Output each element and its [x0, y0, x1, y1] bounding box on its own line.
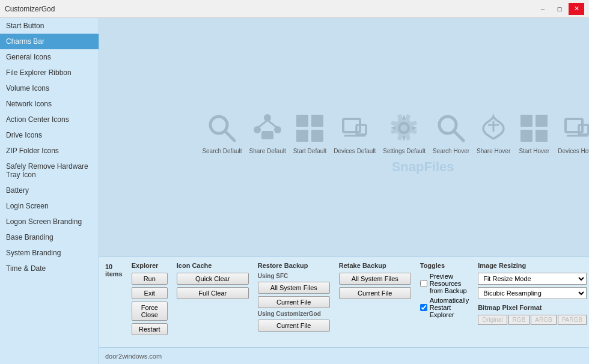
icon-label-share-hover: Share Hover — [477, 148, 510, 154]
app-title: CustomizerGod — [5, 5, 55, 13]
maximize-button[interactable]: □ — [552, 3, 567, 15]
preview-resources-checkbox[interactable] — [420, 280, 427, 287]
svg-rect-22 — [536, 115, 548, 127]
auto-restart-label: Automatically Restart Explorer — [430, 297, 469, 318]
sidebar-item-action-center-icons[interactable]: Action Center Icons — [0, 112, 99, 127]
close-button[interactable]: ✕ — [569, 3, 584, 15]
watermark: SnapFiles — [392, 159, 454, 175]
sidebar-item-volume-icons[interactable]: Volume Icons — [0, 80, 99, 96]
icon-label-start-hover: Start Hover — [519, 148, 549, 154]
icon-devices-hover[interactable]: Devices Hover — [558, 112, 589, 154]
quick-clear-button[interactable]: Quick Clear — [177, 273, 249, 285]
icons-area: Search Default Share Default Start Defau… — [99, 36, 589, 256]
sidebar-item-battery[interactable]: Battery — [0, 183, 99, 198]
pixel-pargb-button[interactable]: PARGB — [558, 315, 587, 325]
sidebar-item-general-icons[interactable]: General Icons — [0, 49, 99, 65]
icon-settings-default[interactable]: Settings Default — [383, 112, 426, 154]
bottom-sections: 10 items Explorer Run Exit Force Close R… — [105, 262, 589, 342]
content-area: A A Search Default Share Default — [99, 18, 589, 364]
force-close-button[interactable]: Force Close — [132, 302, 168, 321]
icon-label-devices-hover: Devices Hover — [558, 148, 589, 154]
auto-restart-checkbox[interactable] — [420, 304, 427, 311]
icon-label-search-hover: Search Hover — [433, 148, 469, 154]
svg-rect-7 — [261, 131, 273, 139]
minimize-button[interactable]: – — [535, 3, 551, 15]
icon-label-start-default: Start Default — [293, 148, 327, 154]
sidebar-item-system-branding[interactable]: System Branding — [0, 245, 99, 261]
pixel-original-button[interactable]: Original — [478, 315, 507, 325]
main-container: Start Button Charms Bar General Icons Fi… — [0, 18, 589, 364]
items-count: 10 items — [105, 263, 123, 278]
sidebar-item-network-icons[interactable]: Network Icons — [0, 96, 99, 112]
icon-devices-default[interactable]: Devices Default — [334, 112, 376, 154]
toggles-section: Toggles Preview Resources from Backup Au… — [420, 262, 469, 318]
sidebar-item-time-date[interactable]: Time & Date — [0, 261, 99, 276]
pixel-format-buttons: Original RGB ARGB PARGB — [478, 315, 587, 325]
sidebar-item-login-screen[interactable]: Login Screen — [0, 198, 99, 214]
svg-rect-11 — [311, 130, 323, 142]
sidebar-item-safely-remove[interactable]: Safely Remove Hardware Tray Icon — [0, 159, 99, 183]
svg-rect-9 — [311, 115, 323, 127]
explorer-title: Explorer — [132, 262, 168, 269]
sidebar-item-drive-icons[interactable]: Drive Icons — [0, 127, 99, 143]
website-label: door2windows.com — [105, 353, 162, 360]
sidebar-item-zip-folder-icons[interactable]: ZIP Folder Icons — [0, 143, 99, 159]
icon-label-share-default: Share Default — [249, 148, 286, 154]
icon-cache-section: Icon Cache Quick Clear Full Clear — [177, 262, 249, 299]
sidebar-item-base-branding[interactable]: Base Branding — [0, 229, 99, 245]
bitmap-pixel-title: Bitmap Pixel Format — [478, 304, 587, 311]
icon-share-hover[interactable]: Share Hover — [477, 112, 510, 154]
icon-search-hover[interactable]: Search Hover — [433, 112, 469, 154]
svg-rect-8 — [296, 115, 308, 127]
sidebar-item-file-explorer-ribbon[interactable]: File Explorer Ribbon — [0, 65, 99, 80]
toggles-title: Toggles — [420, 262, 469, 269]
svg-rect-21 — [520, 115, 533, 127]
sidebar: Start Button Charms Bar General Icons Fi… — [0, 18, 99, 364]
svg-line-18 — [454, 131, 463, 141]
restart-button[interactable]: Restart — [132, 323, 168, 335]
icon-share-default[interactable]: Share Default — [249, 112, 286, 154]
restore-backup-title: Restore Backup — [258, 262, 330, 269]
restore-current-file-sfc-button[interactable]: Current File — [258, 296, 330, 308]
status-bar: door2windows.com Change Restore ☰ — [99, 347, 589, 364]
icon-label-devices-default: Devices Default — [334, 148, 376, 154]
sidebar-item-logon-screen-branding[interactable]: Logon Screen Branding — [0, 214, 99, 229]
window-controls: – □ ✕ — [535, 3, 584, 15]
retake-backup-title: Retake Backup — [339, 262, 411, 269]
auto-restart-row: Automatically Restart Explorer — [420, 297, 469, 318]
sidebar-item-charms-bar[interactable]: Charms Bar — [0, 34, 99, 49]
retake-current-file-button[interactable]: Current File — [339, 287, 411, 299]
icon-label-settings-default: Settings Default — [383, 148, 426, 154]
theme-bar: A A — [99, 18, 589, 36]
full-clear-button[interactable]: Full Clear — [177, 287, 249, 299]
image-resizing-section: Image Resizing Fit Resize Mode Bicubic R… — [478, 262, 587, 325]
sidebar-item-start-button[interactable]: Start Button — [0, 18, 99, 34]
pixel-argb-button[interactable]: ARGB — [531, 315, 556, 325]
retake-all-system-files-button[interactable]: All System Files — [339, 273, 411, 285]
icon-start-default[interactable]: Start Default — [293, 112, 327, 154]
icon-label-search-default: Search Default — [202, 148, 242, 154]
svg-rect-24 — [536, 130, 548, 142]
exit-button[interactable]: Exit — [132, 287, 168, 299]
restore-backup-section: Restore Backup Using SFC All System File… — [258, 262, 330, 332]
restore-current-file-cg-button[interactable]: Current File — [258, 320, 330, 332]
svg-line-5 — [258, 120, 267, 127]
retake-backup-section: Retake Backup All System Files Current F… — [339, 262, 411, 299]
icons-grid: Search Default Share Default Start Defau… — [202, 112, 589, 154]
items-count-section: 10 items — [105, 262, 123, 278]
svg-line-6 — [267, 120, 276, 127]
icon-search-default[interactable]: Search Default — [202, 112, 242, 154]
bicubic-resampling-dropdown[interactable]: Bicubic Resampling — [478, 287, 587, 299]
restore-using-sfc-label: Using SFC — [258, 273, 330, 279]
svg-rect-23 — [520, 130, 533, 142]
preview-resources-row: Preview Resources from Backup — [420, 273, 469, 294]
titlebar: CustomizerGod – □ ✕ — [0, 0, 589, 18]
restore-all-system-files-button[interactable]: All System Files — [258, 282, 330, 294]
fit-resize-mode-dropdown[interactable]: Fit Resize Mode — [478, 273, 587, 285]
pixel-rgb-button[interactable]: RGB — [508, 315, 530, 325]
run-button[interactable]: Run — [132, 273, 168, 285]
image-resizing-title: Image Resizing — [478, 262, 587, 269]
icon-start-hover[interactable]: Start Hover — [517, 112, 551, 154]
icon-cache-title: Icon Cache — [177, 262, 249, 269]
restore-using-cg-label: Using CustomizerGod — [258, 311, 330, 317]
